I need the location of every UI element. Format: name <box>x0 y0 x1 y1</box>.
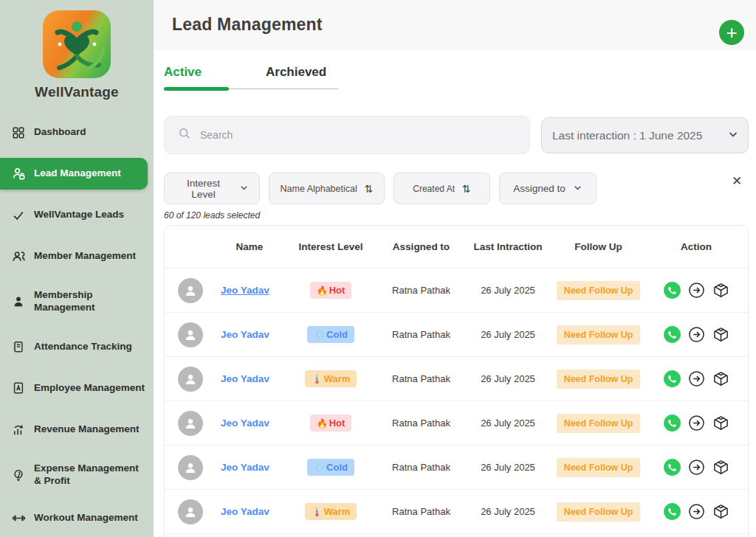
sidebar-item-membership-management[interactable]: Membership Management <box>0 282 154 322</box>
name-alphabetical-sort[interactable]: Name Alphabetical ⇅ <box>269 173 385 204</box>
last-interaction-value: 26 July 2025 <box>464 462 552 473</box>
archive-package-button[interactable] <box>711 370 730 389</box>
lead-name-link[interactable]: Jeo Yadav <box>216 329 283 340</box>
members-icon <box>11 249 26 264</box>
archive-package-button[interactable] <box>711 502 730 522</box>
filter-row: Interest Level Name Alphabetical ⇅ Creat… <box>164 173 597 204</box>
whatsapp-button[interactable] <box>662 325 681 344</box>
open-lead-arrow-button[interactable] <box>687 325 706 344</box>
column-last-intraction: Last Intraction <box>464 241 552 252</box>
table-header-row: Name Interest Level Assigned to Last Int… <box>165 226 748 268</box>
whatsapp-button[interactable] <box>662 414 681 433</box>
interest-level-badge: 🌡️Warm <box>305 503 357 520</box>
search-icon <box>178 127 191 143</box>
last-interaction-label: Last interaction : 1 June 2025 <box>552 129 702 142</box>
follow-up-badge: Need Follow Up <box>557 370 641 389</box>
sidebar-item-attendance-tracking[interactable]: Attendance Tracking <box>0 331 154 363</box>
archive-package-button[interactable] <box>711 281 730 300</box>
page-header: Lead Management <box>154 0 756 50</box>
lead-name-link[interactable]: Jeo Yadav <box>216 373 283 384</box>
open-lead-arrow-button[interactable] <box>687 281 706 300</box>
sort-icon: ⇅ <box>365 183 374 195</box>
archive-package-button[interactable] <box>711 325 730 344</box>
interest-level-icon: 🌡️ <box>312 507 323 517</box>
whatsapp-button[interactable] <box>662 281 681 300</box>
sidebar-item-label: Employee Management <box>34 382 145 395</box>
whatsapp-button[interactable] <box>662 458 681 477</box>
interest-level-badge: ❄️Cold <box>307 326 354 343</box>
tab-active[interactable]: Active <box>164 65 229 80</box>
follow-up-badge: Need Follow Up <box>557 414 641 433</box>
chevron-down-icon <box>573 183 583 195</box>
search-input[interactable] <box>200 129 516 141</box>
sidebar-item-member-management[interactable]: Member Management <box>0 240 154 272</box>
sidebar-item-label: Membership Management <box>34 289 148 314</box>
whatsapp-button[interactable] <box>662 502 681 522</box>
lead-name-link[interactable]: Jeo Yadav <box>216 462 283 473</box>
sidebar: WellVantage Dashboard Lead Management <box>0 0 154 537</box>
lead-name-link[interactable]: Jeo Yadav <box>216 285 283 296</box>
whatsapp-button[interactable] <box>662 370 681 389</box>
avatar <box>178 411 203 436</box>
sidebar-item-lead-management[interactable]: Lead Management <box>0 158 148 190</box>
column-assigned-to: Assigned to <box>379 241 464 252</box>
avatar <box>178 455 203 480</box>
lead-management-icon <box>11 167 26 181</box>
sidebar-item-workout-management[interactable]: Workout Management <box>0 502 154 534</box>
column-follow-up: Follow Up <box>552 241 645 252</box>
tab-archived[interactable]: Archieved <box>266 65 326 80</box>
interest-level-badge: 🌡️Warm <box>305 370 357 387</box>
tab-bar: Active Archieved <box>164 65 338 89</box>
chevron-down-icon <box>239 183 249 195</box>
revenue-chart-icon <box>11 422 26 437</box>
lead-name-link[interactable]: Jeo Yadav <box>216 418 283 429</box>
avatar <box>178 499 203 524</box>
assigned-to-filter[interactable]: Assigned to <box>499 173 597 204</box>
sidebar-item-expense-management[interactable]: Expense Management & Profit <box>0 455 154 495</box>
sidebar-item-revenue-management[interactable]: Revenue Management <box>0 414 154 446</box>
main-content: Lead Management + Active Archieved Last … <box>154 0 756 537</box>
open-lead-arrow-button[interactable] <box>687 502 706 522</box>
table-body: Jeo Yadav 🔥Hot Ratna Pathak 26 July 2025… <box>165 268 748 534</box>
sidebar-nav: Dashboard Lead Management WellVantage Le… <box>0 117 154 537</box>
assigned-to-value: Ratna Pathak <box>379 373 464 384</box>
bulb-coin-icon <box>11 468 26 482</box>
active-tab-indicator <box>164 87 229 91</box>
open-lead-arrow-button[interactable] <box>687 458 706 477</box>
archive-package-button[interactable] <box>711 414 730 433</box>
plus-icon: + <box>726 21 737 44</box>
follow-up-badge: Need Follow Up <box>557 458 641 477</box>
sidebar-item-wellvantage-leads[interactable]: WellVantage Leads <box>0 199 154 231</box>
sidebar-item-employee-management[interactable]: Employee Management <box>0 373 154 404</box>
table-row: Jeo Yadav ❄️Cold Ratna Pathak 26 July 20… <box>165 313 748 357</box>
last-interaction-dropdown[interactable]: Last interaction : 1 June 2025 <box>541 117 749 153</box>
interest-level-badge: ❄️Cold <box>307 459 354 476</box>
filter-label: Created At <box>413 184 455 194</box>
search-box[interactable] <box>164 116 530 154</box>
filter-label: Name Alphabetical <box>281 184 357 194</box>
last-interaction-value: 26 July 2025 <box>464 373 552 384</box>
sidebar-item-label: Attendance Tracking <box>34 341 132 353</box>
check-icon <box>11 208 26 223</box>
open-lead-arrow-button[interactable] <box>687 370 706 389</box>
archive-package-button[interactable] <box>711 458 730 477</box>
assigned-to-value: Ratna Pathak <box>379 506 464 517</box>
sidebar-item-dashboard[interactable]: Dashboard <box>0 117 154 148</box>
column-name: Name <box>216 241 283 252</box>
follow-up-badge: Need Follow Up <box>557 325 641 344</box>
assigned-to-value: Ratna Pathak <box>379 329 464 340</box>
close-icon[interactable]: ✕ <box>729 173 745 189</box>
sidebar-item-label: Lead Management <box>34 167 121 180</box>
interest-level-badge: 🔥Hot <box>310 282 352 299</box>
last-interaction-value: 26 July 2025 <box>464 506 552 517</box>
column-action: Action <box>645 241 748 252</box>
open-lead-arrow-button[interactable] <box>687 414 706 433</box>
selection-summary: 60 of 120 leads selected <box>164 210 260 221</box>
interest-level-filter[interactable]: Interest Level <box>164 173 260 204</box>
filter-label: Interest Level <box>175 178 232 200</box>
clipboard-icon <box>11 339 26 354</box>
assigned-to-value: Ratna Pathak <box>379 418 464 429</box>
lead-name-link[interactable]: Jeo Yadav <box>216 506 283 517</box>
add-lead-button[interactable]: + <box>719 20 744 45</box>
created-at-sort[interactable]: Created At ⇅ <box>394 173 490 204</box>
